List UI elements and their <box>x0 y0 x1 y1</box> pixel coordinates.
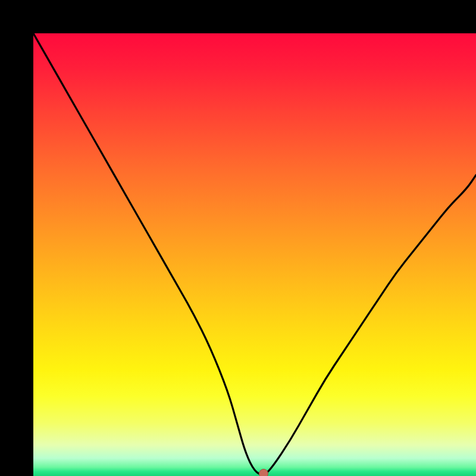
curve-svg <box>33 33 476 476</box>
chart-frame <box>0 0 476 476</box>
bottleneck-curve <box>33 33 476 475</box>
optimal-point-marker <box>259 469 268 476</box>
plot-area <box>33 33 476 476</box>
